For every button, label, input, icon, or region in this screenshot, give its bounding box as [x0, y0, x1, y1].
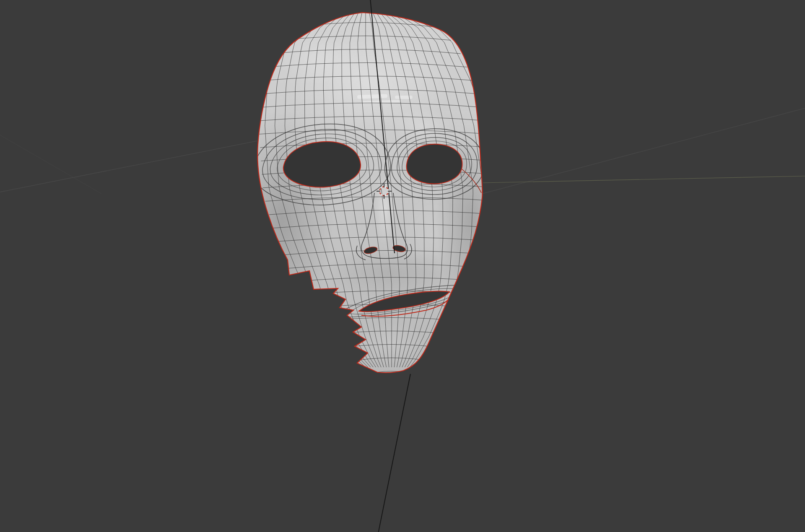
viewport-canvas [0, 0, 805, 532]
right-eye-hole[interactable] [407, 144, 462, 184]
3d-viewport[interactable] [0, 0, 805, 532]
